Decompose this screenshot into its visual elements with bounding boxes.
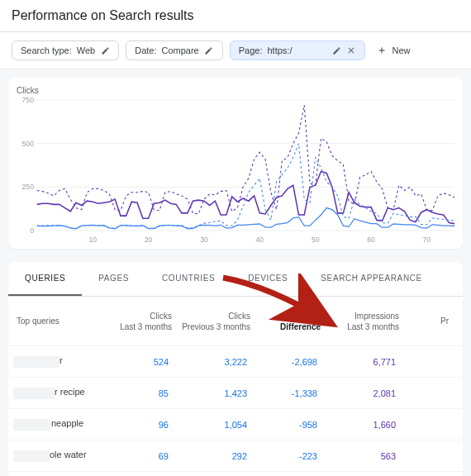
th-queries[interactable]: Top queries [12,312,111,330]
cell-impr-last: 6,771 [322,354,401,370]
svg-text:250: 250 [22,183,35,191]
tab-pages[interactable]: PAGES [82,262,145,296]
cell-query: neapple [8,415,107,433]
cell-clicks-prev: 3,222 [174,354,252,370]
chip-label: Search type: [21,45,72,55]
cell-impr-prev [401,359,450,365]
cell-impr-prev [401,421,450,428]
cell-impr-last: 2,081 [322,385,401,402]
cell-query: r [8,352,107,370]
svg-text:500: 500 [22,140,35,148]
chip-search-type[interactable]: Search type: Web [12,40,119,60]
chip-label: Date: [135,45,156,55]
cell-clicks-prev: 1,423 [174,385,252,402]
cell-clicks-diff: -223 [252,448,322,464]
svg-text:20: 20 [145,236,153,244]
tabs: QUERIES PAGES COUNTRIES DEVICES SEARCH A… [8,262,463,297]
th-impr-prev[interactable]: Pr [404,312,454,330]
cell-clicks-diff: -2,698 [252,354,322,370]
svg-text:40: 40 [256,236,264,244]
cell-clicks-prev: 292 [174,448,252,464]
page-title: Performance on Search results [0,0,471,32]
tab-search-appearance[interactable]: SEARCH APPEARANCE [304,262,426,296]
cell-query: r recipe [8,383,107,402]
th-clicks-last[interactable]: ClicksLast 3 months [111,307,177,336]
tab-queries[interactable]: QUERIES [8,262,82,296]
th-clicks-prev[interactable]: ClicksPrevious 3 months [177,307,255,336]
th-clicks-diff[interactable]: ↑ClicksDifference [255,307,326,336]
data-table-card: QUERIES PAGES COUNTRIES DEVICES SEARCH A… [8,262,463,476]
cell-query: ole water [8,446,107,464]
table-row[interactable]: neapple961,054-9581,660 [8,409,463,440]
table-row[interactable]: r recipe851,423-1,3382,081 [8,378,463,409]
table-row[interactable]: r5243,222-2,6986,771 [8,346,463,378]
svg-text:70: 70 [423,236,431,244]
cell-impr-last: 563 [322,448,401,464]
cell-clicks-last: 85 [107,385,174,402]
cell-clicks-last: 96 [107,416,174,433]
chip-value: Compare [161,45,198,55]
cell-clicks-last: 524 [107,354,174,370]
filter-bar: Search type: Web Date: Compare Page: htt… [0,32,471,69]
chart-y-title: Clicks [13,86,458,95]
cell-clicks-prev: 1,054 [174,416,252,433]
pencil-icon [100,45,110,55]
svg-text:30: 30 [200,236,208,244]
svg-text:0: 0 [30,226,34,235]
th-impr-last[interactable]: ImpressionsLast 3 months [326,307,404,336]
chart-card: Clicks 025050075010203040506070 [8,78,463,249]
new-filter-button[interactable]: New [372,42,415,59]
tab-countries[interactable]: COUNTRIES [145,262,231,296]
cell-impr-prev [401,453,450,459]
pencil-icon [204,45,214,55]
line-chart[interactable]: 025050075010203040506070 [13,95,458,244]
chip-value: Web [77,45,95,55]
sort-asc-icon: ↑ [290,312,294,321]
chip-page[interactable]: Page: https:/ [230,40,366,60]
chip-value: https:/ [267,45,292,55]
tab-devices[interactable]: DEVICES [231,262,304,296]
pencil-icon [331,45,341,55]
table-row[interactable]: ke7186-179367 [8,472,463,476]
cell-clicks-diff: -958 [252,416,322,433]
cell-clicks-last: 69 [107,448,174,464]
close-icon[interactable] [346,45,356,55]
cell-impr-prev [401,390,450,397]
cell-impr-last: 1,660 [322,416,401,433]
data-table: Top queries ClicksLast 3 months ClicksPr… [8,297,463,476]
table-header: Top queries ClicksLast 3 months ClicksPr… [8,297,463,346]
new-label: New [392,45,410,55]
cell-clicks-diff: -1,338 [252,385,322,402]
table-row[interactable]: ole water69292-223563 [8,440,463,472]
chip-label: Page: [239,45,263,55]
svg-text:10: 10 [88,236,97,244]
svg-text:50: 50 [312,236,320,244]
plus-icon [377,45,387,55]
svg-text:750: 750 [22,96,35,104]
svg-text:60: 60 [367,236,375,244]
chip-date[interactable]: Date: Compare [126,40,223,60]
